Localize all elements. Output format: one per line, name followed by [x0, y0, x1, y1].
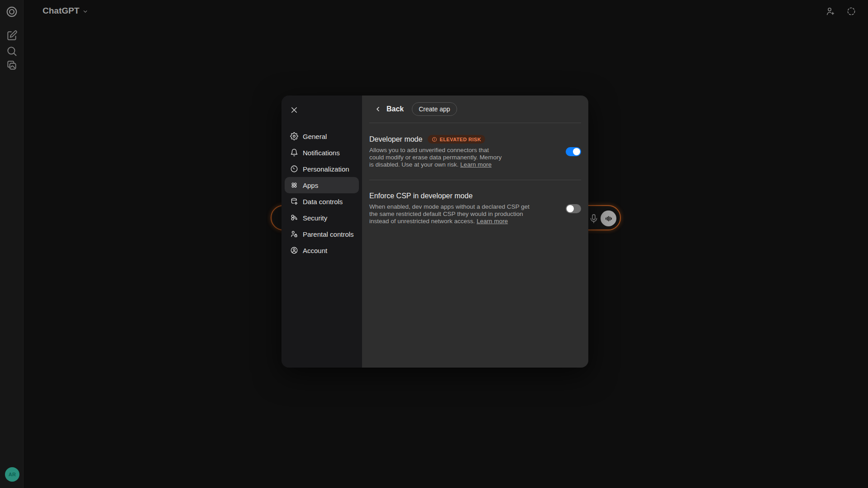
settings-sidebar: General Notifications Personalization [281, 96, 362, 368]
toggle-knob [573, 148, 580, 155]
back-label: Back [386, 105, 404, 113]
apps-grid-icon [290, 181, 298, 189]
microphone-icon[interactable] [588, 213, 599, 224]
search-icon[interactable] [6, 45, 18, 57]
developer-mode-title: Developer mode [369, 135, 422, 144]
chevron-left-icon [374, 105, 382, 113]
sidebar-item-label: General [303, 133, 327, 140]
sidebar-item-general[interactable]: General [285, 128, 359, 144]
bell-icon [290, 148, 298, 157]
model-switcher[interactable]: ChatGPT [43, 6, 88, 16]
toggle-knob [567, 205, 574, 212]
dial-icon [290, 165, 298, 173]
enforce-csp-toggle[interactable] [566, 204, 581, 213]
temporary-chat-icon[interactable] [846, 6, 856, 16]
database-gear-icon [290, 197, 298, 206]
sidebar-item-parental-controls[interactable]: Parental controls [285, 226, 359, 242]
voice-mode-button[interactable] [601, 211, 616, 226]
library-icon[interactable] [6, 59, 18, 71]
enforce-csp-title: Enforce CSP in developer mode [369, 192, 472, 200]
sidebar-item-apps[interactable]: Apps [285, 177, 359, 193]
developer-mode-section: Developer mode ELEVATED RISK Allows you … [369, 123, 581, 180]
waveform-icon [605, 215, 613, 223]
settings-content: Back Create app Developer mode ELEVATED … [362, 96, 588, 368]
learn-more-link[interactable]: Learn more [477, 218, 508, 225]
sidebar-item-label: Parental controls [303, 230, 354, 238]
openai-logo-icon[interactable] [6, 6, 18, 18]
learn-more-link[interactable]: Learn more [460, 161, 491, 168]
keys-icon [290, 214, 298, 222]
enforce-csp-description: When enabled, dev mode apps without a de… [369, 203, 529, 225]
app-sidebar-rail: AR [0, 0, 24, 488]
person-circle-icon [290, 246, 298, 254]
create-app-button[interactable]: Create app [412, 102, 457, 116]
sidebar-item-label: Personalization [303, 165, 349, 173]
person-lock-icon [290, 230, 298, 238]
sidebar-item-label: Apps [303, 182, 318, 189]
sidebar-item-security[interactable]: Security [285, 210, 359, 226]
developer-mode-text: Developer mode ELEVATED RISK Allows you … [369, 135, 501, 168]
sidebar-item-label: Data controls [303, 198, 343, 206]
developer-mode-description: Allows you to add unverified connectors … [369, 147, 501, 168]
gear-icon [290, 132, 298, 140]
enforce-csp-section: Enforce CSP in developer mode When enabl… [369, 180, 581, 236]
elevated-risk-badge: ELEVATED RISK [428, 135, 485, 144]
chevron-down-icon [82, 9, 88, 14]
apps-header: Back Create app [369, 96, 581, 123]
sidebar-item-notifications[interactable]: Notifications [285, 144, 359, 161]
sidebar-item-label: Security [303, 214, 327, 222]
settings-modal: General Notifications Personalization [281, 96, 588, 368]
invite-user-icon[interactable] [825, 6, 835, 16]
sidebar-item-personalization[interactable]: Personalization [285, 161, 359, 177]
sidebar-item-data-controls[interactable]: Data controls [285, 193, 359, 210]
enforce-csp-text: Enforce CSP in developer mode When enabl… [369, 192, 529, 225]
sidebar-item-account[interactable]: Account [285, 242, 359, 258]
topbar-actions [825, 6, 856, 16]
new-chat-icon[interactable] [6, 30, 18, 42]
sidebar-item-label: Notifications [303, 149, 340, 157]
alert-circle-icon [432, 137, 437, 142]
back-button[interactable]: Back [374, 105, 404, 113]
user-avatar[interactable]: AR [5, 467, 19, 482]
close-icon[interactable] [287, 103, 301, 117]
app-title: ChatGPT [43, 6, 79, 16]
developer-mode-toggle[interactable] [566, 147, 581, 156]
sidebar-item-label: Account [303, 247, 327, 254]
